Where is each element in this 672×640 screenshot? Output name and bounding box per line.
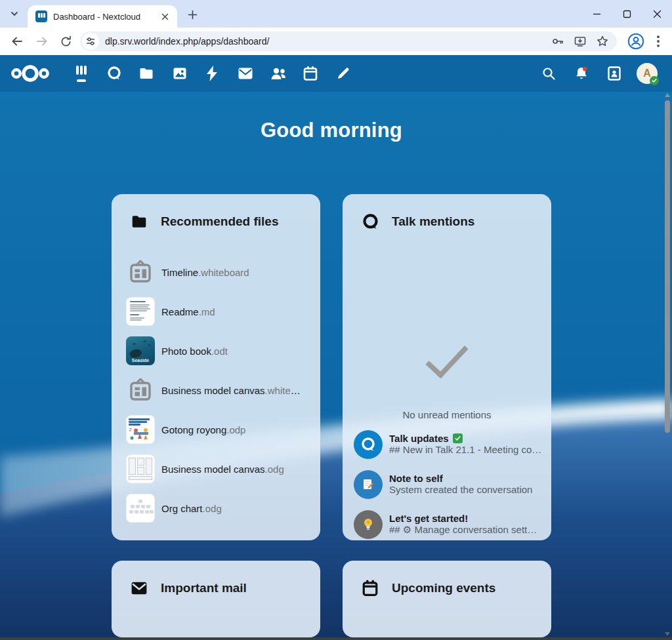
maximize-button[interactable]	[612, 0, 642, 28]
file-name: Business model canvas	[161, 464, 265, 475]
whiteboard-file-icon	[126, 258, 155, 287]
note-to-self-avatar	[354, 470, 383, 499]
url-text[interactable]: dlp.srv.world/index.php/apps/dashboard/	[105, 36, 550, 47]
nextcloud-logo[interactable]	[9, 62, 51, 85]
user-avatar[interactable]: A	[637, 63, 658, 84]
browser-toolbar: dlp.srv.world/index.php/apps/dashboard/	[0, 28, 672, 55]
talk-icon	[106, 66, 122, 81]
page-scrollbar[interactable]	[663, 92, 672, 637]
conversation-row[interactable]: Talk updates ## New in Talk 21.1 - Meeti…	[354, 424, 542, 464]
reload-button[interactable]	[56, 32, 75, 50]
background-image	[0, 92, 672, 637]
conversation-subtitle: ## New in Talk 21.1 - Meeting co…	[389, 444, 541, 455]
browser-profile-button[interactable]	[627, 33, 644, 50]
forward-button[interactable]	[33, 32, 51, 50]
people-icon	[270, 66, 287, 81]
widget-important-mail: Important mail	[112, 561, 320, 637]
app-photos-button[interactable]	[171, 64, 189, 83]
browser-tab[interactable]: Dashboard - Nextcloud	[28, 5, 177, 28]
lightning-icon	[205, 65, 219, 82]
unified-search-button[interactable]	[539, 64, 558, 83]
talk-icon	[361, 212, 379, 231]
password-key-icon[interactable]	[550, 33, 566, 49]
file-ext: .odg	[265, 464, 284, 475]
close-icon	[653, 10, 662, 18]
file-row[interactable]: Readme.md	[126, 292, 308, 331]
app-activity-button[interactable]	[203, 64, 221, 83]
tab-title: Dashboard - Nextcloud	[53, 12, 159, 22]
greeting-heading: Good morning	[0, 119, 663, 142]
calendar-icon	[303, 66, 318, 81]
file-list: Timeline.whiteboard Readme.md	[126, 252, 308, 528]
conversation-row[interactable]: Let's get started! ## ⚙ Manage conversat…	[354, 504, 542, 544]
widget-title: Upcoming events	[392, 581, 495, 595]
file-ext: .whiteboard	[265, 385, 301, 396]
nextcloud-header: A	[0, 55, 672, 92]
app-files-button[interactable]	[137, 64, 156, 83]
browser-window: Dashboard - Nextcloud	[0, 0, 672, 640]
mail-icon	[238, 67, 253, 80]
pencil-icon	[335, 66, 351, 81]
widget-recommended-files: Recommended files Timeline.whiteboard	[112, 194, 320, 540]
file-row[interactable]: Business model canvas.odg	[126, 449, 308, 489]
tune-icon	[85, 36, 96, 47]
scrollbar-thumb[interactable]	[665, 100, 670, 433]
back-arrow-icon	[10, 35, 24, 48]
file-row[interactable]: Gotong royong.odp	[126, 410, 308, 449]
scrollbar-up-arrow[interactable]	[665, 93, 670, 97]
bookmark-star-icon[interactable]	[595, 33, 610, 49]
maximize-icon	[623, 10, 631, 18]
app-mail-button[interactable]	[236, 64, 255, 83]
tab-search-button[interactable]	[5, 5, 24, 23]
widget-talk-mentions: Talk mentions No unread mentions Talk up…	[343, 194, 551, 540]
app-contacts-button[interactable]	[269, 64, 287, 83]
file-row[interactable]: Seaside Photo book.odt	[126, 331, 308, 370]
minimize-button[interactable]	[581, 0, 612, 28]
back-button[interactable]	[8, 32, 26, 50]
browser-menu-button[interactable]	[650, 33, 667, 50]
folder-icon	[130, 212, 148, 231]
file-name: Gotong royong	[161, 424, 226, 435]
reload-icon	[60, 35, 72, 48]
chevron-down-icon	[10, 9, 19, 18]
install-app-icon[interactable]	[572, 33, 588, 49]
file-name: Photo book	[161, 346, 211, 357]
app-talk-button[interactable]	[105, 64, 123, 83]
bell-icon	[574, 66, 589, 81]
file-row[interactable]: Timeline.whiteboard	[126, 252, 308, 292]
calendar-icon	[361, 579, 379, 597]
close-button[interactable]	[642, 0, 672, 28]
contacts-menu-button[interactable]	[605, 64, 623, 83]
forward-arrow-icon	[35, 35, 49, 48]
presentation-thumbnail	[126, 415, 155, 444]
site-info-button[interactable]	[82, 33, 99, 50]
new-tab-button[interactable]	[184, 6, 201, 23]
photo-thumbnail: Seaside	[126, 336, 155, 365]
all-read-check-icon	[343, 346, 551, 367]
file-row[interactable]: Business model canvas.whiteboard	[126, 370, 308, 410]
app-notes-button[interactable]	[334, 64, 352, 83]
conversation-row[interactable]: Note to self System created the conversa…	[354, 464, 542, 504]
dashboard-icon	[74, 64, 89, 83]
contacts-book-icon	[606, 66, 622, 81]
notifications-button[interactable]	[572, 64, 591, 83]
scrollbar-down-arrow[interactable]	[665, 632, 670, 636]
profile-icon	[627, 33, 644, 50]
conversation-list: Talk updates ## New in Talk 21.1 - Meeti…	[354, 424, 542, 544]
nextcloud-favicon-icon	[35, 10, 47, 22]
file-row[interactable]: Org chart.odg	[126, 489, 308, 528]
drawing-thumbnail	[126, 454, 155, 483]
file-name: Readme	[161, 306, 199, 317]
file-ext: .odg	[203, 503, 222, 514]
widget-upcoming-events: Upcoming events	[343, 561, 551, 637]
kebab-icon	[657, 35, 660, 47]
user-status-badge	[650, 76, 659, 85]
tab-close-icon[interactable]	[159, 10, 171, 22]
url-bar[interactable]: dlp.srv.world/index.php/apps/dashboard/	[80, 31, 617, 51]
app-dashboard-button[interactable]	[72, 64, 91, 83]
document-thumbnail	[126, 297, 155, 326]
plus-icon	[188, 10, 198, 20]
app-calendar-button[interactable]	[301, 64, 320, 83]
file-name: Org chart	[161, 503, 203, 514]
conversation-title: Talk updates	[389, 433, 449, 444]
